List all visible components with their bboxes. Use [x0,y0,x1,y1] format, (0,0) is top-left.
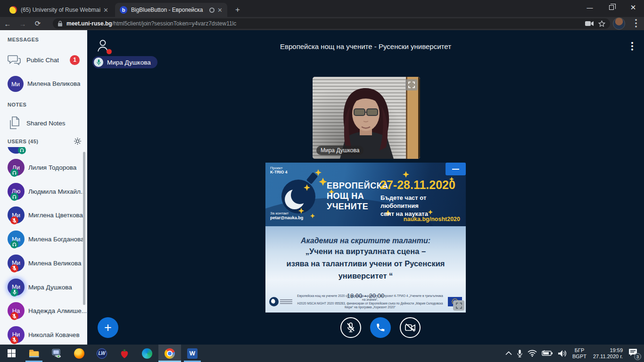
phone-icon [376,323,385,332]
logo-caption-lines [280,298,292,305]
webmail-favicon-icon [9,6,17,14]
user-name: Николай Ковачев [28,331,80,338]
users-header: USERS (45) [8,139,88,144]
user-list-item[interactable]: Ми Милена Великова [0,251,87,275]
user-list-item[interactable]: Ли Лилия Тодорова [0,156,87,179]
address-bar[interactable]: meet.uni-ruse.bg/html5client/join?sessio… [53,18,610,29]
new-tab-button[interactable]: + [232,4,243,16]
taskbar-computer-management[interactable] [45,345,68,362]
user-list-item[interactable]: Ми Миглена Цветкова [0,203,87,227]
tray-microphone-icon[interactable] [517,349,523,358]
leave-audio-button[interactable] [370,317,391,338]
slide-quote: „Учени на виртуалната сцена – изява на т… [265,245,466,282]
talking-indicator[interactable]: Мира Душкова [92,56,157,68]
tray-battery-icon[interactable] [542,350,553,356]
event-dates: 27-28.11.2020 [380,178,455,192]
keyboard-language-indicator[interactable]: БГРBGPT [572,347,586,360]
event-title: ЕВРОПЕЙСКА НОЩ НА УЧЕНИТЕ [327,181,388,212]
taskbar-file-explorer[interactable] [23,345,45,362]
tab-title: BigBlueButton - Европейска [131,7,206,13]
webcam-fullscreen-button[interactable] [405,79,418,90]
user-name: Людмила Михайл... [28,188,86,195]
taskbar-lw-app[interactable]: LW [91,345,113,362]
chrome-icon [165,348,175,359]
user-name: Милена Великова [28,260,81,267]
messages-header: MESSAGES [8,37,39,42]
bookmark-star-icon[interactable] [598,20,605,27]
edge-icon [142,348,152,359]
public-chat-item[interactable]: Public Chat 1 [0,50,87,71]
event-website: nauka.bg/nosht2020 [404,216,460,222]
clock-date[interactable]: 19:59 27.11.2020 г. [593,347,623,360]
user-name: Лилия Тодорова [28,164,76,171]
user-list-item[interactable]: Ми Милена Богданова [0,227,87,251]
window-restore-button[interactable] [601,0,622,15]
status-icon [10,336,18,344]
window-close-button[interactable]: ✕ [622,0,644,15]
chat-user-name: Милена Великова [27,80,80,87]
tab-close-icon[interactable]: ✕ [103,7,108,14]
project-label: ПроектK-TRIO 4 [270,166,287,174]
user-list-item[interactable]: На Надежда Алмише... [0,299,87,322]
bbb-favicon-icon: b [120,6,127,14]
userlist-scrollbar[interactable] [83,152,85,305]
user-list[interactable]: Ли Лилия Тодорова Лю Людмила Михайл... М… [0,147,87,345]
word-icon: W [187,348,198,359]
actions-plus-button[interactable]: + [98,317,118,338]
avatar: Ми [8,76,24,92]
private-chat-item[interactable]: Ми Милена Великова [0,74,87,94]
notification-count-badge: 3 [634,353,641,360]
back-button[interactable]: ← [0,20,15,28]
public-chat-label: Public Chat [26,57,59,64]
action-center-button[interactable]: 3 [628,348,637,358]
tab-close-icon[interactable]: ✕ [217,7,223,14]
taskbar-firefox[interactable] [68,345,91,362]
unread-messages-badge: 1 [70,55,80,65]
mute-toggle-button[interactable] [340,317,361,338]
lw-app-icon: LW [97,348,107,359]
tray-wifi-icon[interactable] [528,350,537,357]
taskbar-strawberry-app[interactable] [113,345,136,362]
taskbar-word[interactable]: W [181,345,204,362]
user-list-item[interactable]: Ни Николай Ковачев [0,323,87,345]
user-list-item[interactable]: Ми Мира Душкова [0,275,87,299]
status-icon [10,193,18,201]
user-name: Мира Душкова [28,284,72,291]
fullscreen-icon [456,303,462,309]
slide-footer: Европейска нощ на учените 2020 се провеж… [269,296,462,308]
browser-menu-icon[interactable]: ••• [632,18,640,29]
shared-notes-item[interactable]: Shared Notes [0,113,87,134]
tab-webmail[interactable]: (65) University of Ruse Webmail :: ✕ [5,3,113,17]
mic-on-icon [94,58,103,67]
tab-bigbluebutton[interactable]: b BigBlueButton - Европейска ✕ [115,3,227,17]
share-webcam-button[interactable] [400,317,421,338]
taskbar-chrome[interactable] [158,345,181,362]
slide-subtitle: Академия на скритите таланти: [265,237,466,245]
windows-logo-icon [8,349,16,357]
tray-volume-icon[interactable] [558,350,567,357]
file-explorer-icon [29,348,39,359]
browser-profile-avatar[interactable] [613,17,625,30]
start-button[interactable] [0,345,23,362]
presentation-slide[interactable]: ПроектK-TRIO 4 ЕВРОПЕЙСКА НОЩ НА УЧЕНИТЕ… [265,163,466,313]
camera-in-use-icon[interactable] [585,21,594,26]
user-name: Миглена Цветкова [28,212,83,219]
reload-button[interactable]: ⟳ [30,19,45,28]
forward-button[interactable]: → [15,20,30,28]
notes-header: NOTES [8,102,26,107]
taskbar-edge[interactable] [136,345,158,362]
fullscreen-icon [408,82,415,88]
presentation-fullscreen-button[interactable] [453,300,464,311]
options-menu-icon[interactable]: ••• [629,41,636,51]
chat-bubbles-icon [8,54,21,66]
shared-notes-label: Shared Notes [26,120,66,127]
meeting-title: Европейска нощ на учените - Русенски уни… [87,42,644,50]
webcam-video[interactable]: Мира Душкова [313,77,420,159]
window-minimize-button[interactable]: — [579,0,601,15]
minimize-presentation-button[interactable] [446,163,466,175]
status-icon [10,169,18,177]
users-settings-gear-icon[interactable] [74,137,82,145]
user-list-item[interactable]: Лю Людмила Михайл... [0,180,87,203]
tray-chevron-up-icon[interactable] [505,351,512,355]
system-tray: БГРBGPT 19:59 27.11.2020 г. 3 [503,345,644,362]
